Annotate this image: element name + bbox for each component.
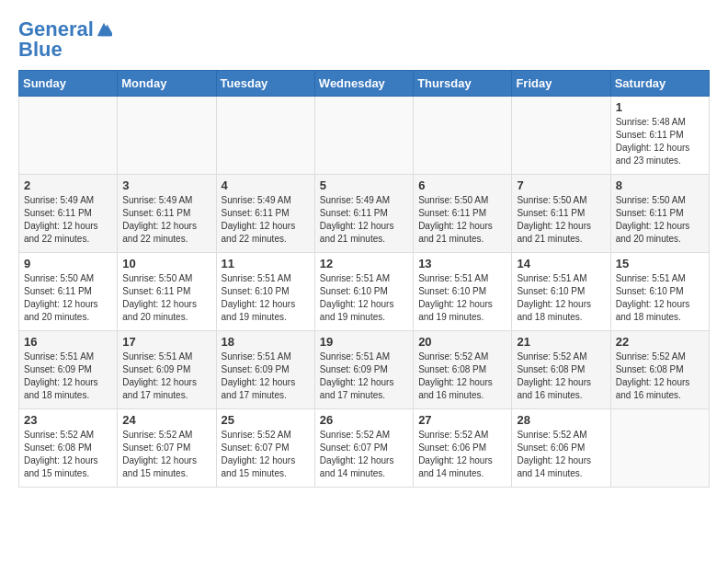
day-header-thursday: Thursday — [414, 71, 512, 97]
calendar-cell: 19Sunrise: 5:51 AM Sunset: 6:09 PM Dayli… — [314, 331, 413, 409]
day-number: 28 — [517, 413, 605, 427]
week-row-1: 1Sunrise: 5:48 AM Sunset: 6:11 PM Daylig… — [19, 97, 710, 175]
day-info: Sunrise: 5:49 AM Sunset: 6:11 PM Dayligh… — [24, 194, 112, 246]
day-info: Sunrise: 5:50 AM Sunset: 6:11 PM Dayligh… — [418, 194, 506, 246]
day-header-sunday: Sunday — [19, 71, 118, 97]
day-number: 27 — [418, 413, 506, 427]
day-number: 2 — [24, 178, 112, 192]
calendar-cell — [610, 409, 709, 488]
day-info: Sunrise: 5:52 AM Sunset: 6:07 PM Dayligh… — [122, 429, 210, 480]
calendar-cell: 10Sunrise: 5:50 AM Sunset: 6:11 PM Dayli… — [118, 253, 216, 331]
day-info: Sunrise: 5:50 AM Sunset: 6:11 PM Dayligh… — [616, 194, 704, 246]
day-info: Sunrise: 5:49 AM Sunset: 6:11 PM Dayligh… — [222, 194, 310, 246]
calendar-cell: 24Sunrise: 5:52 AM Sunset: 6:07 PM Dayli… — [118, 409, 216, 488]
calendar-cell: 20Sunrise: 5:52 AM Sunset: 6:08 PM Dayli… — [414, 331, 512, 409]
day-info: Sunrise: 5:51 AM Sunset: 6:09 PM Dayligh… — [222, 350, 310, 402]
day-info: Sunrise: 5:50 AM Sunset: 6:11 PM Dayligh… — [24, 272, 112, 324]
day-info: Sunrise: 5:52 AM Sunset: 6:08 PM Dayligh… — [24, 429, 112, 480]
day-info: Sunrise: 5:52 AM Sunset: 6:08 PM Dayligh… — [517, 350, 605, 402]
day-info: Sunrise: 5:51 AM Sunset: 6:10 PM Dayligh… — [418, 272, 506, 324]
day-info: Sunrise: 5:51 AM Sunset: 6:10 PM Dayligh… — [517, 272, 605, 324]
calendar-cell: 7Sunrise: 5:50 AM Sunset: 6:11 PM Daylig… — [512, 175, 610, 253]
day-number: 17 — [122, 335, 210, 349]
day-info: Sunrise: 5:50 AM Sunset: 6:11 PM Dayligh… — [517, 194, 605, 246]
day-number: 8 — [616, 178, 704, 192]
week-row-3: 9Sunrise: 5:50 AM Sunset: 6:11 PM Daylig… — [19, 253, 710, 331]
day-info: Sunrise: 5:51 AM Sunset: 6:10 PM Dayligh… — [222, 272, 310, 324]
day-number: 25 — [222, 413, 310, 427]
day-number: 9 — [24, 257, 112, 270]
day-number: 11 — [222, 257, 310, 270]
calendar-cell: 1Sunrise: 5:48 AM Sunset: 6:11 PM Daylig… — [610, 97, 709, 175]
calendar-cell — [19, 97, 118, 175]
day-info: Sunrise: 5:52 AM Sunset: 6:06 PM Dayligh… — [517, 429, 605, 480]
day-info: Sunrise: 5:48 AM Sunset: 6:11 PM Dayligh… — [616, 116, 704, 167]
day-info: Sunrise: 5:50 AM Sunset: 6:11 PM Dayligh… — [122, 272, 210, 324]
header-row: SundayMondayTuesdayWednesdayThursdayFrid… — [19, 71, 710, 97]
calendar-cell: 27Sunrise: 5:52 AM Sunset: 6:06 PM Dayli… — [414, 409, 512, 488]
day-number: 24 — [122, 413, 210, 427]
calendar-table: SundayMondayTuesdayWednesdayThursdayFrid… — [18, 70, 710, 488]
day-number: 12 — [320, 257, 408, 270]
calendar-cell: 4Sunrise: 5:49 AM Sunset: 6:11 PM Daylig… — [216, 175, 314, 253]
calendar-cell: 5Sunrise: 5:49 AM Sunset: 6:11 PM Daylig… — [314, 175, 413, 253]
calendar-cell: 18Sunrise: 5:51 AM Sunset: 6:09 PM Dayli… — [216, 331, 314, 409]
calendar-cell — [216, 97, 314, 175]
day-info: Sunrise: 5:52 AM Sunset: 6:07 PM Dayligh… — [222, 429, 310, 480]
calendar-cell — [414, 97, 512, 175]
calendar-cell: 9Sunrise: 5:50 AM Sunset: 6:11 PM Daylig… — [19, 253, 118, 331]
day-number: 14 — [517, 257, 605, 270]
calendar-cell: 6Sunrise: 5:50 AM Sunset: 6:11 PM Daylig… — [414, 175, 512, 253]
calendar-cell — [118, 97, 216, 175]
calendar-header: SundayMondayTuesdayWednesdayThursdayFrid… — [19, 71, 710, 97]
day-header-wednesday: Wednesday — [314, 71, 413, 97]
day-number: 7 — [517, 178, 605, 192]
calendar-cell — [314, 97, 413, 175]
calendar-cell: 13Sunrise: 5:51 AM Sunset: 6:10 PM Dayli… — [414, 253, 512, 331]
day-info: Sunrise: 5:52 AM Sunset: 6:08 PM Dayligh… — [418, 350, 506, 402]
day-number: 26 — [320, 413, 408, 427]
calendar-cell — [512, 97, 610, 175]
day-info: Sunrise: 5:51 AM Sunset: 6:10 PM Dayligh… — [320, 272, 408, 324]
calendar-cell: 2Sunrise: 5:49 AM Sunset: 6:11 PM Daylig… — [19, 175, 118, 253]
day-number: 19 — [320, 335, 408, 349]
day-number: 22 — [616, 335, 704, 349]
day-info: Sunrise: 5:49 AM Sunset: 6:11 PM Dayligh… — [122, 194, 210, 246]
day-info: Sunrise: 5:49 AM Sunset: 6:11 PM Dayligh… — [320, 194, 408, 246]
day-info: Sunrise: 5:52 AM Sunset: 6:07 PM Dayligh… — [320, 429, 408, 480]
day-number: 4 — [222, 178, 310, 192]
day-header-tuesday: Tuesday — [216, 71, 314, 97]
day-header-friday: Friday — [512, 71, 610, 97]
day-number: 1 — [616, 100, 704, 114]
week-row-2: 2Sunrise: 5:49 AM Sunset: 6:11 PM Daylig… — [19, 175, 710, 253]
day-info: Sunrise: 5:51 AM Sunset: 6:10 PM Dayligh… — [616, 272, 704, 324]
day-number: 23 — [24, 413, 112, 427]
calendar-cell: 23Sunrise: 5:52 AM Sunset: 6:08 PM Dayli… — [19, 409, 118, 488]
calendar-cell: 28Sunrise: 5:52 AM Sunset: 6:06 PM Dayli… — [512, 409, 610, 488]
calendar-cell: 17Sunrise: 5:51 AM Sunset: 6:09 PM Dayli… — [118, 331, 216, 409]
day-info: Sunrise: 5:51 AM Sunset: 6:09 PM Dayligh… — [24, 350, 112, 402]
logo: General Blue — [18, 18, 112, 61]
day-header-saturday: Saturday — [610, 71, 709, 97]
day-number: 18 — [222, 335, 310, 349]
day-number: 10 — [122, 257, 210, 270]
day-number: 15 — [616, 257, 704, 270]
day-number: 20 — [418, 335, 506, 349]
day-number: 21 — [517, 335, 605, 349]
calendar-cell: 25Sunrise: 5:52 AM Sunset: 6:07 PM Dayli… — [216, 409, 314, 488]
calendar-cell: 22Sunrise: 5:52 AM Sunset: 6:08 PM Dayli… — [610, 331, 709, 409]
day-info: Sunrise: 5:52 AM Sunset: 6:08 PM Dayligh… — [616, 350, 704, 402]
week-row-5: 23Sunrise: 5:52 AM Sunset: 6:08 PM Dayli… — [19, 409, 710, 488]
calendar-cell: 3Sunrise: 5:49 AM Sunset: 6:11 PM Daylig… — [118, 175, 216, 253]
day-header-monday: Monday — [118, 71, 216, 97]
logo-icon — [96, 21, 112, 38]
calendar-cell: 11Sunrise: 5:51 AM Sunset: 6:10 PM Dayli… — [216, 253, 314, 331]
calendar-cell: 26Sunrise: 5:52 AM Sunset: 6:07 PM Dayli… — [314, 409, 413, 488]
day-number: 3 — [122, 178, 210, 192]
day-number: 6 — [418, 178, 506, 192]
calendar-cell: 16Sunrise: 5:51 AM Sunset: 6:09 PM Dayli… — [19, 331, 118, 409]
calendar-cell: 15Sunrise: 5:51 AM Sunset: 6:10 PM Dayli… — [610, 253, 709, 331]
calendar-cell: 12Sunrise: 5:51 AM Sunset: 6:10 PM Dayli… — [314, 253, 413, 331]
day-info: Sunrise: 5:51 AM Sunset: 6:09 PM Dayligh… — [122, 350, 210, 402]
day-info: Sunrise: 5:52 AM Sunset: 6:06 PM Dayligh… — [418, 429, 506, 480]
